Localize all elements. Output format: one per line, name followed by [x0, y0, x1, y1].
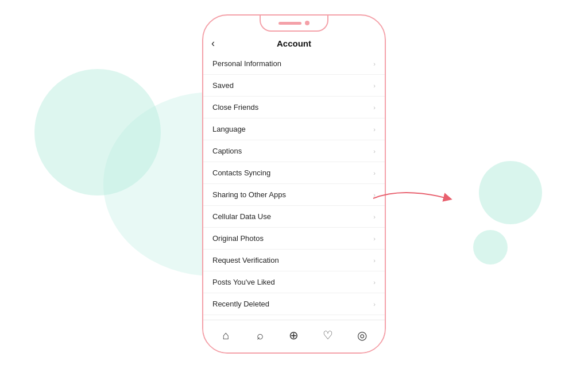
menu-item-label: Cellular Data Use — [212, 212, 271, 221]
menu-item[interactable]: Sharing to Other Apps › — [203, 184, 385, 206]
menu-item-label: Language — [212, 125, 246, 133]
menu-item-label: Sharing to Other Apps — [212, 190, 286, 199]
chevron-right-icon: › — [373, 301, 376, 308]
page-title: Account — [277, 39, 311, 48]
bg-blob-right — [479, 161, 542, 224]
chevron-right-icon: › — [373, 279, 376, 286]
add-icon[interactable]: ⊕ — [284, 325, 304, 346]
menu-item[interactable]: Captions › — [203, 140, 385, 162]
menu-item[interactable]: Cellular Data Use › — [203, 206, 385, 228]
phone-frame: ‹ Account Personal Information › Saved ›… — [202, 14, 386, 354]
menu-item[interactable]: Personal Information › — [203, 53, 385, 75]
heart-icon[interactable]: ♡ — [318, 325, 338, 346]
home-icon[interactable]: ⌂ — [216, 325, 237, 346]
chevron-right-icon: › — [373, 148, 376, 155]
chevron-right-icon: › — [373, 126, 376, 133]
chevron-right-icon: › — [373, 213, 376, 220]
search-icon[interactable]: ⌕ — [250, 325, 270, 346]
menu-item[interactable]: Posts You've Liked › — [203, 271, 385, 293]
phone-notch — [260, 16, 328, 32]
chevron-right-icon: › — [373, 257, 376, 264]
bottom-nav: ⌂⌕⊕♡◎ — [203, 320, 385, 352]
menu-item-label: Posts You've Liked — [212, 278, 275, 286]
phone-screen: ‹ Account Personal Information › Saved ›… — [203, 16, 385, 352]
arrow-annotation — [368, 184, 459, 213]
menu-item[interactable]: Close Friends › — [203, 97, 385, 118]
chevron-right-icon: › — [373, 104, 376, 111]
screen-inner: ‹ Account Personal Information › Saved ›… — [203, 32, 385, 320]
notch-camera — [305, 21, 310, 25]
chevron-right-icon: › — [373, 235, 376, 242]
menu-item-label: Original Photos — [212, 234, 264, 243]
back-button[interactable]: ‹ — [211, 37, 215, 49]
menu-item[interactable]: Contacts Syncing › — [203, 162, 385, 184]
menu-item-label: Personal Information — [212, 59, 281, 68]
profile-icon[interactable]: ◎ — [351, 325, 372, 346]
menu-item[interactable]: Saved › — [203, 75, 385, 97]
menu-item-label: Contacts Syncing — [212, 168, 270, 177]
menu-list: Personal Information › Saved › Close Fri… — [203, 53, 385, 320]
page-header: ‹ Account — [203, 32, 385, 53]
menu-item[interactable]: Branded Content Tools › — [203, 315, 385, 320]
chevron-right-icon: › — [373, 170, 376, 177]
menu-item[interactable]: Recently Deleted › — [203, 293, 385, 315]
menu-item-label: Recently Deleted — [212, 300, 269, 308]
menu-item-label: Close Friends — [212, 103, 258, 112]
chevron-right-icon: › — [373, 82, 376, 89]
menu-item-label: Saved — [212, 81, 234, 90]
menu-item[interactable]: Original Photos › — [203, 228, 385, 250]
bg-blob-right2 — [473, 230, 508, 264]
chevron-right-icon: › — [373, 60, 376, 67]
notch-speaker — [278, 22, 301, 25]
menu-item[interactable]: Language › — [203, 118, 385, 140]
menu-item[interactable]: Request Verification › — [203, 250, 385, 271]
menu-item-label: Captions — [212, 147, 242, 155]
menu-item-label: Request Verification — [212, 256, 279, 264]
